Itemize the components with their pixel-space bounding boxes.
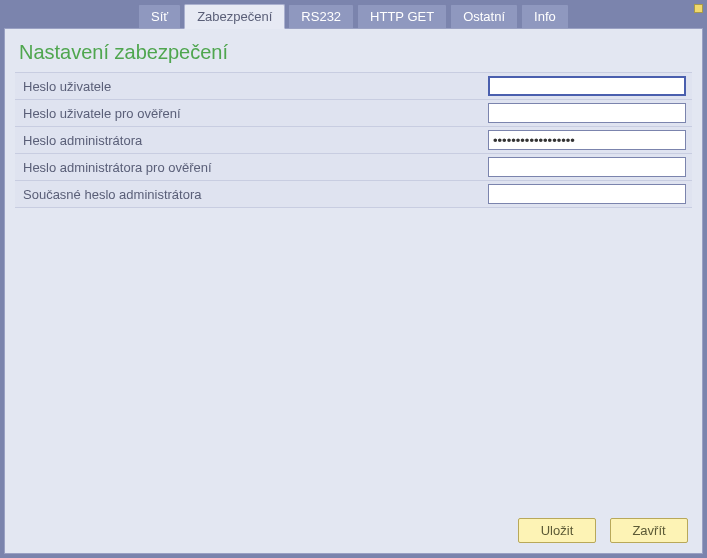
label-admin-password: Heslo administrátora: [21, 133, 488, 148]
tab-rs232[interactable]: RS232: [288, 4, 354, 28]
tab-bar: Síť Zabezpečení RS232 HTTP GET Ostatní I…: [0, 0, 707, 28]
window-indicator: [694, 4, 703, 13]
button-bar: Uložit Zavřít: [518, 518, 688, 543]
input-admin-password-confirm[interactable]: [488, 157, 686, 177]
input-admin-password[interactable]: [488, 130, 686, 150]
row-admin-password: Heslo administrátora: [15, 127, 692, 154]
row-user-password: Heslo uživatele: [15, 73, 692, 100]
close-button[interactable]: Zavřít: [610, 518, 688, 543]
tab-other[interactable]: Ostatní: [450, 4, 518, 28]
save-button[interactable]: Uložit: [518, 518, 596, 543]
row-admin-password-confirm: Heslo administrátora pro ověření: [15, 154, 692, 181]
label-user-password: Heslo uživatele: [21, 79, 488, 94]
tab-security[interactable]: Zabezpečení: [184, 4, 285, 29]
security-form: Heslo uživatele Heslo uživatele pro ověř…: [15, 72, 692, 208]
tab-httpget[interactable]: HTTP GET: [357, 4, 447, 28]
settings-panel: Nastavení zabezpečení Heslo uživatele He…: [4, 28, 703, 554]
page-title: Nastavení zabezpečení: [15, 39, 692, 72]
tab-network[interactable]: Síť: [138, 4, 181, 28]
label-current-admin-password: Současné heslo administrátora: [21, 187, 488, 202]
tab-info[interactable]: Info: [521, 4, 569, 28]
label-user-password-confirm: Heslo uživatele pro ověření: [21, 106, 488, 121]
label-admin-password-confirm: Heslo administrátora pro ověření: [21, 160, 488, 175]
row-current-admin-password: Současné heslo administrátora: [15, 181, 692, 208]
input-current-admin-password[interactable]: [488, 184, 686, 204]
row-user-password-confirm: Heslo uživatele pro ověření: [15, 100, 692, 127]
input-user-password-confirm[interactable]: [488, 103, 686, 123]
input-user-password[interactable]: [488, 76, 686, 96]
